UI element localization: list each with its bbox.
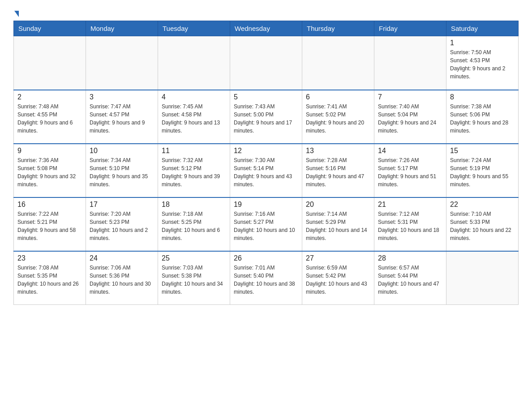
day-number: 7	[378, 93, 442, 101]
calendar-cell: 25Sunrise: 7:03 AMSunset: 5:38 PMDayligh…	[158, 251, 230, 305]
calendar-cell: 27Sunrise: 6:59 AMSunset: 5:42 PMDayligh…	[302, 251, 374, 305]
calendar-cell: 2Sunrise: 7:48 AMSunset: 4:55 PMDaylight…	[14, 90, 86, 144]
weekday-header-monday: Monday	[86, 21, 158, 36]
day-number: 25	[162, 254, 226, 262]
calendar-cell: 1Sunrise: 7:50 AMSunset: 4:53 PMDaylight…	[446, 36, 519, 90]
day-number: 10	[90, 147, 154, 155]
calendar-cell: 3Sunrise: 7:47 AMSunset: 4:57 PMDaylight…	[86, 90, 158, 144]
calendar-cell: 23Sunrise: 7:08 AMSunset: 5:35 PMDayligh…	[14, 251, 86, 305]
calendar-cell: 28Sunrise: 6:57 AMSunset: 5:44 PMDayligh…	[374, 251, 446, 305]
calendar-cell: 10Sunrise: 7:34 AMSunset: 5:10 PMDayligh…	[86, 144, 158, 197]
day-number: 22	[450, 201, 515, 209]
calendar-cell: 20Sunrise: 7:14 AMSunset: 5:29 PMDayligh…	[302, 197, 374, 251]
day-number: 20	[306, 201, 370, 209]
calendar-cell: 12Sunrise: 7:30 AMSunset: 5:14 PMDayligh…	[230, 144, 302, 197]
day-info: Sunrise: 7:01 AMSunset: 5:40 PMDaylight:…	[234, 264, 298, 296]
calendar-cell: 8Sunrise: 7:38 AMSunset: 5:06 PMDaylight…	[446, 90, 519, 144]
day-number: 9	[17, 147, 82, 155]
day-number: 8	[450, 93, 515, 101]
day-number: 28	[378, 254, 442, 262]
day-info: Sunrise: 7:38 AMSunset: 5:06 PMDaylight:…	[450, 103, 515, 135]
day-number: 17	[90, 201, 154, 209]
calendar-cell: 19Sunrise: 7:16 AMSunset: 5:27 PMDayligh…	[230, 197, 302, 251]
day-info: Sunrise: 7:48 AMSunset: 4:55 PMDaylight:…	[17, 103, 82, 135]
day-info: Sunrise: 7:20 AMSunset: 5:23 PMDaylight:…	[90, 210, 154, 242]
weekday-header-row: SundayMondayTuesdayWednesdayThursdayFrid…	[14, 21, 519, 36]
logo-arrow-icon	[14, 11, 19, 17]
calendar-cell: 26Sunrise: 7:01 AMSunset: 5:40 PMDayligh…	[230, 251, 302, 305]
day-number: 15	[450, 147, 515, 155]
calendar-cell: 15Sunrise: 7:24 AMSunset: 5:19 PMDayligh…	[446, 144, 519, 197]
calendar-cell	[446, 251, 519, 305]
page-header	[13, 9, 519, 16]
calendar-week-row: 1Sunrise: 7:50 AMSunset: 4:53 PMDaylight…	[14, 36, 519, 90]
calendar-cell: 4Sunrise: 7:45 AMSunset: 4:58 PMDaylight…	[158, 90, 230, 144]
logo	[13, 9, 19, 16]
calendar-cell: 7Sunrise: 7:40 AMSunset: 5:04 PMDaylight…	[374, 90, 446, 144]
day-info: Sunrise: 7:41 AMSunset: 5:02 PMDaylight:…	[306, 103, 370, 135]
weekday-header-wednesday: Wednesday	[230, 21, 302, 36]
day-info: Sunrise: 7:40 AMSunset: 5:04 PMDaylight:…	[378, 103, 442, 135]
day-number: 12	[234, 147, 298, 155]
day-info: Sunrise: 7:18 AMSunset: 5:25 PMDaylight:…	[162, 210, 226, 242]
calendar-cell	[302, 36, 374, 90]
calendar-cell	[158, 36, 230, 90]
calendar-week-row: 9Sunrise: 7:36 AMSunset: 5:08 PMDaylight…	[14, 144, 519, 197]
day-number: 24	[90, 254, 154, 262]
calendar-cell: 14Sunrise: 7:26 AMSunset: 5:17 PMDayligh…	[374, 144, 446, 197]
day-info: Sunrise: 7:45 AMSunset: 4:58 PMDaylight:…	[162, 103, 226, 135]
day-number: 19	[234, 201, 298, 209]
calendar-cell	[14, 36, 86, 90]
day-info: Sunrise: 7:32 AMSunset: 5:12 PMDaylight:…	[162, 156, 226, 188]
day-info: Sunrise: 7:06 AMSunset: 5:36 PMDaylight:…	[90, 264, 154, 296]
day-info: Sunrise: 7:16 AMSunset: 5:27 PMDaylight:…	[234, 210, 298, 242]
calendar-cell: 13Sunrise: 7:28 AMSunset: 5:16 PMDayligh…	[302, 144, 374, 197]
calendar-cell: 5Sunrise: 7:43 AMSunset: 5:00 PMDaylight…	[230, 90, 302, 144]
day-info: Sunrise: 6:57 AMSunset: 5:44 PMDaylight:…	[378, 264, 442, 296]
calendar-cell: 18Sunrise: 7:18 AMSunset: 5:25 PMDayligh…	[158, 197, 230, 251]
calendar-week-row: 16Sunrise: 7:22 AMSunset: 5:21 PMDayligh…	[14, 197, 519, 251]
day-number: 4	[162, 93, 226, 101]
calendar-cell: 22Sunrise: 7:10 AMSunset: 5:33 PMDayligh…	[446, 197, 519, 251]
calendar-cell: 9Sunrise: 7:36 AMSunset: 5:08 PMDaylight…	[14, 144, 86, 197]
weekday-header-tuesday: Tuesday	[158, 21, 230, 36]
day-info: Sunrise: 7:14 AMSunset: 5:29 PMDaylight:…	[306, 210, 370, 242]
day-number: 27	[306, 254, 370, 262]
day-number: 6	[306, 93, 370, 101]
calendar-cell: 17Sunrise: 7:20 AMSunset: 5:23 PMDayligh…	[86, 197, 158, 251]
day-number: 2	[17, 93, 82, 101]
weekday-header-friday: Friday	[374, 21, 446, 36]
calendar-week-row: 2Sunrise: 7:48 AMSunset: 4:55 PMDaylight…	[14, 90, 519, 144]
day-info: Sunrise: 7:26 AMSunset: 5:17 PMDaylight:…	[378, 156, 442, 188]
day-info: Sunrise: 7:24 AMSunset: 5:19 PMDaylight:…	[450, 156, 515, 188]
day-info: Sunrise: 7:12 AMSunset: 5:31 PMDaylight:…	[378, 210, 442, 242]
day-number: 14	[378, 147, 442, 155]
day-info: Sunrise: 7:30 AMSunset: 5:14 PMDaylight:…	[234, 156, 298, 188]
weekday-header-thursday: Thursday	[302, 21, 374, 36]
day-number: 18	[162, 201, 226, 209]
calendar-week-row: 23Sunrise: 7:08 AMSunset: 5:35 PMDayligh…	[14, 251, 519, 305]
weekday-header-sunday: Sunday	[14, 21, 86, 36]
day-info: Sunrise: 7:03 AMSunset: 5:38 PMDaylight:…	[162, 264, 226, 296]
day-number: 16	[17, 201, 82, 209]
calendar-cell: 21Sunrise: 7:12 AMSunset: 5:31 PMDayligh…	[374, 197, 446, 251]
day-number: 1	[450, 39, 515, 47]
day-number: 3	[90, 93, 154, 101]
day-info: Sunrise: 7:22 AMSunset: 5:21 PMDaylight:…	[17, 210, 82, 242]
day-info: Sunrise: 7:47 AMSunset: 4:57 PMDaylight:…	[90, 103, 154, 135]
day-info: Sunrise: 7:36 AMSunset: 5:08 PMDaylight:…	[17, 156, 82, 188]
day-info: Sunrise: 7:34 AMSunset: 5:10 PMDaylight:…	[90, 156, 154, 188]
day-number: 11	[162, 147, 226, 155]
calendar-cell: 16Sunrise: 7:22 AMSunset: 5:21 PMDayligh…	[14, 197, 86, 251]
calendar-cell: 6Sunrise: 7:41 AMSunset: 5:02 PMDaylight…	[302, 90, 374, 144]
day-number: 23	[17, 254, 82, 262]
calendar-table: SundayMondayTuesdayWednesdayThursdayFrid…	[13, 21, 519, 305]
day-info: Sunrise: 7:08 AMSunset: 5:35 PMDaylight:…	[17, 264, 82, 296]
calendar-cell	[230, 36, 302, 90]
day-number: 5	[234, 93, 298, 101]
day-info: Sunrise: 6:59 AMSunset: 5:42 PMDaylight:…	[306, 264, 370, 296]
calendar-cell	[86, 36, 158, 90]
day-info: Sunrise: 7:28 AMSunset: 5:16 PMDaylight:…	[306, 156, 370, 188]
day-number: 13	[306, 147, 370, 155]
day-number: 26	[234, 254, 298, 262]
